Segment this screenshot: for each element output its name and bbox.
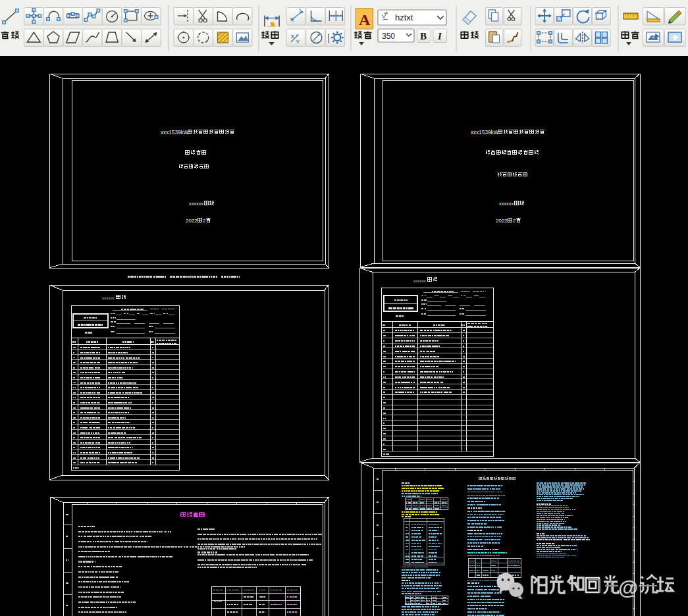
svg-text:@: @ <box>618 577 638 600</box>
svg-text:2: 2 <box>513 218 516 224</box>
svg-text:2022: 2022 <box>496 218 508 224</box>
svg-text:A: A <box>359 11 371 28</box>
svg-text:xxxxxx: xxxxxx <box>413 278 426 283</box>
svg-text:350: 350 <box>382 32 395 41</box>
svg-text:xxxxxx: xxxxxx <box>189 201 203 207</box>
svg-text:xxx1539kW: xxx1539kW <box>471 130 499 136</box>
svg-text:2022: 2022 <box>186 218 198 224</box>
svg-text:I: I <box>437 31 442 41</box>
svg-text:xxxxxx: xxxxxx <box>499 201 514 207</box>
svg-text:B: B <box>420 31 427 41</box>
svg-text:hztxt: hztxt <box>395 13 413 22</box>
svg-text:xxx1539kW: xxx1539kW <box>161 130 189 136</box>
svg-text:xxxxxx: xxxxxx <box>102 295 115 300</box>
svg-text:2: 2 <box>203 218 206 224</box>
svg-text:Y: Y <box>296 39 300 45</box>
